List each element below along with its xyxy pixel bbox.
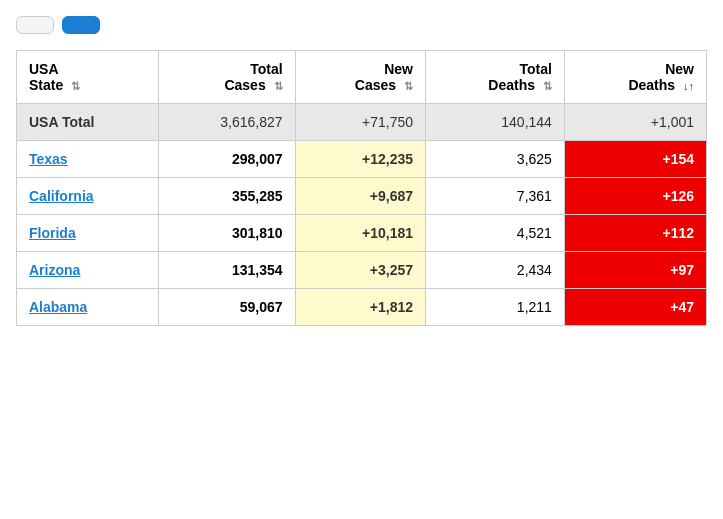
state-link[interactable]: Texas bbox=[29, 151, 68, 167]
total-cases-cell: 301,810 bbox=[158, 215, 295, 252]
table-row: California 355,285 +9,687 7,361 +126 bbox=[17, 178, 707, 215]
covid-table: USAState ⇅TotalCases ⇅NewCases ⇅TotalDea… bbox=[16, 50, 707, 326]
total-cases-cell: 355,285 bbox=[158, 178, 295, 215]
new-cases-cell: +1,812 bbox=[295, 289, 425, 326]
new-deaths-cell: +97 bbox=[564, 252, 706, 289]
table-row: Texas 298,007 +12,235 3,625 +154 bbox=[17, 141, 707, 178]
new-deaths-cell: +154 bbox=[564, 141, 706, 178]
toggle-bar bbox=[16, 16, 707, 34]
new-deaths-cell: +126 bbox=[564, 178, 706, 215]
new-deaths-cell: +112 bbox=[564, 215, 706, 252]
total-cases-cell: 59,067 bbox=[158, 289, 295, 326]
new-cases-cell: +12,235 bbox=[295, 141, 425, 178]
total-deaths-cell: 3,625 bbox=[426, 141, 565, 178]
total-deaths-cell: 1,211 bbox=[426, 289, 565, 326]
total-new-cases: +71,750 bbox=[295, 104, 425, 141]
state-link[interactable]: Florida bbox=[29, 225, 76, 241]
state-cell: Arizona bbox=[17, 252, 159, 289]
new-cases-cell: +9,687 bbox=[295, 178, 425, 215]
state-cell: Florida bbox=[17, 215, 159, 252]
total-new-deaths: +1,001 bbox=[564, 104, 706, 141]
col-header-totalDeaths[interactable]: TotalDeaths ⇅ bbox=[426, 51, 565, 104]
new-cases-cell: +3,257 bbox=[295, 252, 425, 289]
state-cell: Alabama bbox=[17, 289, 159, 326]
total-deaths-cell: 2,434 bbox=[426, 252, 565, 289]
total-deaths-cell: 7,361 bbox=[426, 178, 565, 215]
total-deaths: 140,144 bbox=[426, 104, 565, 141]
total-cases-cell: 298,007 bbox=[158, 141, 295, 178]
yesterday-button[interactable] bbox=[62, 16, 100, 34]
col-header-newCases[interactable]: NewCases ⇅ bbox=[295, 51, 425, 104]
col-header-totalCases[interactable]: TotalCases ⇅ bbox=[158, 51, 295, 104]
new-deaths-cell: +47 bbox=[564, 289, 706, 326]
col-header-state[interactable]: USAState ⇅ bbox=[17, 51, 159, 104]
table-row: Alabama 59,067 +1,812 1,211 +47 bbox=[17, 289, 707, 326]
state-link[interactable]: California bbox=[29, 188, 94, 204]
table-row: Arizona 131,354 +3,257 2,434 +97 bbox=[17, 252, 707, 289]
state-link[interactable]: Alabama bbox=[29, 299, 87, 315]
col-header-newDeaths[interactable]: NewDeaths ↓↑ bbox=[564, 51, 706, 104]
total-deaths-cell: 4,521 bbox=[426, 215, 565, 252]
state-cell: California bbox=[17, 178, 159, 215]
table-row: Florida 301,810 +10,181 4,521 +112 bbox=[17, 215, 707, 252]
state-cell: Texas bbox=[17, 141, 159, 178]
total-state: USA Total bbox=[17, 104, 159, 141]
total-cases: 3,616,827 bbox=[158, 104, 295, 141]
state-link[interactable]: Arizona bbox=[29, 262, 80, 278]
total-cases-cell: 131,354 bbox=[158, 252, 295, 289]
now-button[interactable] bbox=[16, 16, 54, 34]
total-row: USA Total 3,616,827 +71,750 140,144 +1,0… bbox=[17, 104, 707, 141]
table-header-row: USAState ⇅TotalCases ⇅NewCases ⇅TotalDea… bbox=[17, 51, 707, 104]
new-cases-cell: +10,181 bbox=[295, 215, 425, 252]
